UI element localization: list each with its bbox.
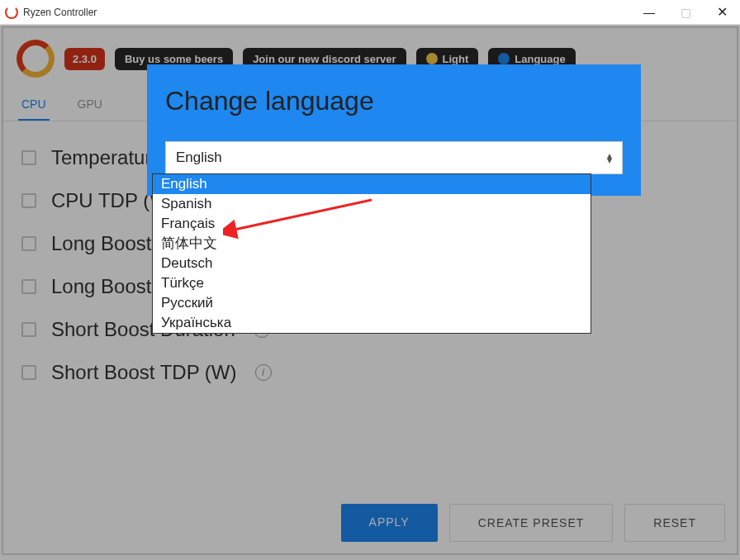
language-option[interactable]: Türkçe <box>153 273 591 293</box>
window-title: Ryzen Controller <box>23 7 97 18</box>
reset-button[interactable]: RESET <box>624 504 725 542</box>
info-icon[interactable]: i <box>255 364 272 381</box>
select-caret-icon: ▴▾ <box>607 153 612 163</box>
setting-label: Short Boost TDP (W) <box>51 361 237 384</box>
globe-icon <box>498 53 510 64</box>
selected-language: English <box>176 149 222 166</box>
language-option[interactable]: Spanish <box>153 194 591 214</box>
create-preset-button[interactable]: CREATE PRESET <box>449 504 614 542</box>
close-button[interactable]: ✕ <box>704 0 740 25</box>
setting-row: Short Boost TDP (W) i <box>21 351 719 394</box>
modal-title: Change language <box>165 86 623 116</box>
tab-cpu[interactable]: CPU <box>18 89 50 121</box>
sun-icon <box>426 53 438 64</box>
language-option[interactable]: 简体中文 <box>153 234 591 254</box>
checkbox[interactable] <box>21 322 36 337</box>
app-icon <box>5 6 18 19</box>
app-logo-icon <box>17 40 55 78</box>
language-dropdown: English Spanish Français 简体中文 Deutsch Tü… <box>152 173 591 334</box>
checkbox[interactable] <box>21 279 36 294</box>
maximize-button[interactable]: ▢ <box>667 0 704 25</box>
apply-button[interactable]: APPLY <box>341 504 438 542</box>
language-select[interactable]: English ▴▾ <box>165 141 623 174</box>
titlebar: Ryzen Controller — ▢ ✕ <box>0 0 740 25</box>
tab-gpu[interactable]: GPU <box>74 89 106 121</box>
language-label: Language <box>515 53 565 65</box>
checkbox[interactable] <box>21 236 36 251</box>
theme-label: Light <box>443 53 469 65</box>
language-option[interactable]: Français <box>153 214 591 234</box>
language-option[interactable]: Українська <box>153 313 591 333</box>
checkbox[interactable] <box>21 193 36 208</box>
language-option[interactable]: Русский <box>153 293 591 313</box>
minimize-button[interactable]: — <box>631 0 667 25</box>
language-option[interactable]: English <box>153 174 591 194</box>
checkbox[interactable] <box>21 150 36 165</box>
language-option[interactable]: Deutsch <box>153 254 591 273</box>
version-badge: 2.3.0 <box>64 48 105 70</box>
checkbox[interactable] <box>21 365 36 380</box>
footer-buttons: APPLY CREATE PRESET RESET <box>341 504 725 542</box>
